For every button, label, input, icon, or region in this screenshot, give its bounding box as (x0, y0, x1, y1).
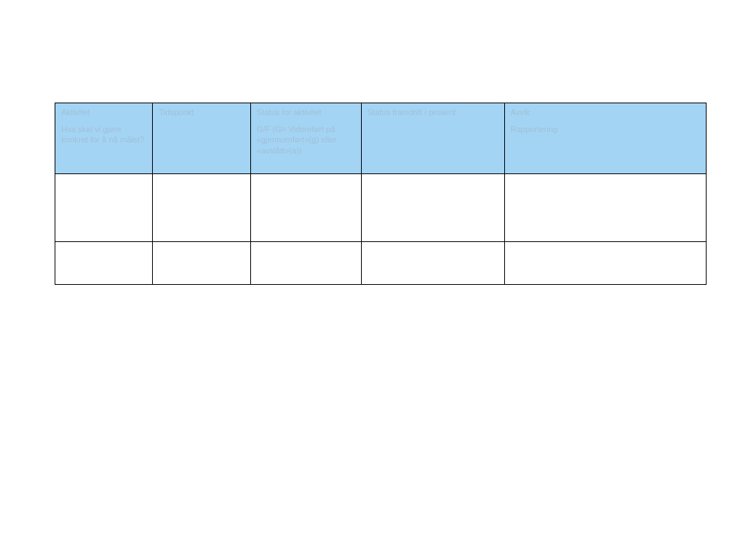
cell (361, 174, 504, 242)
header-main-label: Avvik (511, 108, 700, 117)
header-status-aktivitet: Status for aktivitet G/F (G= Videreført … (250, 103, 361, 174)
cell (504, 174, 706, 242)
header-avvik: Avvik Rapportering (504, 103, 706, 174)
header-sub-label: Rapportering (511, 124, 700, 134)
cell (250, 242, 361, 285)
cell (504, 242, 706, 285)
cell (361, 242, 504, 285)
header-main-label: Status framdrift i prosent (368, 108, 498, 117)
table-row (55, 242, 707, 285)
header-aktivitet: Aktivitet Hva skal vi gjøre konkret for … (55, 103, 153, 174)
header-main-label: Status for aktivitet (257, 108, 355, 117)
table-row (55, 174, 707, 242)
cell (55, 242, 153, 285)
planning-table: Aktivitet Hva skal vi gjøre konkret for … (55, 103, 707, 285)
cell (153, 242, 250, 285)
table-header-row: Aktivitet Hva skal vi gjøre konkret for … (55, 103, 707, 174)
header-sub-label: Hva skal vi gjøre konkret for å nå målet… (61, 124, 146, 145)
header-sub-label: G/F (G= Videreført på «gjennomført»(g) e… (257, 124, 355, 156)
planning-table-container: Aktivitet Hva skal vi gjøre konkret for … (55, 103, 707, 285)
cell (55, 174, 153, 242)
header-status-framdrift: Status framdrift i prosent (361, 103, 504, 174)
cell (153, 174, 250, 242)
header-main-label: Aktivitet (61, 108, 146, 117)
cell (250, 174, 361, 242)
header-tidspunkt: Tidspunkt (153, 103, 250, 174)
header-main-label: Tidspunkt (159, 108, 244, 117)
